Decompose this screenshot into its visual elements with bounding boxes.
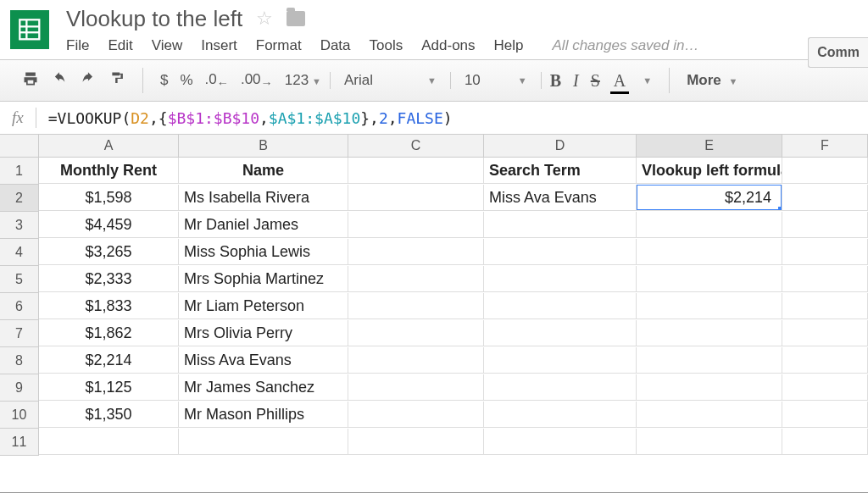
cell[interactable]: $1,833 <box>39 293 179 319</box>
cell[interactable]: Mrs Olivia Perry <box>179 320 348 346</box>
cell[interactable] <box>348 293 484 319</box>
doc-title[interactable]: Vlookup to the left <box>66 6 242 32</box>
cell[interactable] <box>348 320 484 346</box>
row-header[interactable]: 2 <box>0 185 39 212</box>
menu-edit[interactable]: Edit <box>108 37 132 54</box>
menu-data[interactable]: Data <box>320 37 351 54</box>
menu-view[interactable]: View <box>152 37 183 54</box>
cell[interactable]: $1,125 <box>39 374 179 401</box>
cell[interactable] <box>484 239 637 265</box>
cell[interactable] <box>484 212 637 238</box>
font-selector[interactable]: Arial ▼ <box>330 72 451 89</box>
formula-input[interactable]: =VLOOKUP(D2,{$B$1:$B$10,$A$1:$A$10},2,FA… <box>48 109 453 127</box>
menu-tools[interactable]: Tools <box>370 37 403 54</box>
col-header-A[interactable]: A <box>39 135 179 158</box>
menu-addons[interactable]: Add-ons <box>421 37 475 54</box>
star-icon[interactable]: ☆ <box>256 8 273 30</box>
cell[interactable] <box>782 374 868 401</box>
row-header[interactable]: 7 <box>0 320 39 347</box>
cell[interactable] <box>348 239 484 265</box>
cell[interactable] <box>782 158 868 184</box>
cell[interactable] <box>637 429 782 455</box>
bold-button[interactable]: B <box>550 71 561 91</box>
cell[interactable]: Miss Ava Evans <box>484 185 637 211</box>
menu-format[interactable]: Format <box>256 37 302 54</box>
cell[interactable]: $1,350 <box>39 402 179 428</box>
folder-icon[interactable] <box>287 11 305 26</box>
cell[interactable]: Search Term <box>484 158 637 184</box>
row-header[interactable]: 10 <box>0 402 39 429</box>
cell[interactable]: Ms Isabella Rivera <box>179 185 348 211</box>
cell[interactable] <box>348 185 484 211</box>
row-header[interactable]: 4 <box>0 239 39 266</box>
number-format-button[interactable]: 123▼ <box>285 72 321 89</box>
cell[interactable] <box>348 158 484 184</box>
cell[interactable] <box>637 212 782 238</box>
cell[interactable]: $3,265 <box>39 239 179 265</box>
cell[interactable] <box>637 347 782 374</box>
cell[interactable]: $2,333 <box>39 266 179 292</box>
cell[interactable] <box>782 320 868 346</box>
cell[interactable] <box>637 239 782 265</box>
cell[interactable]: Name <box>179 158 348 184</box>
cell[interactable]: $1,598 <box>39 185 179 211</box>
cell[interactable] <box>484 293 637 319</box>
comments-button[interactable]: Comm <box>808 37 868 68</box>
print-icon[interactable] <box>22 70 39 91</box>
currency-button[interactable]: $ <box>160 72 168 89</box>
cell[interactable] <box>782 293 868 319</box>
more-button[interactable]: More ▼ <box>687 72 737 89</box>
cell[interactable]: Monthly Rent <box>39 158 179 184</box>
row-header[interactable]: 5 <box>0 266 39 293</box>
menu-help[interactable]: Help <box>494 37 524 54</box>
cell[interactable] <box>782 347 868 374</box>
cell[interactable]: Miss Ava Evans <box>179 347 348 374</box>
redo-icon[interactable] <box>80 71 97 91</box>
sheets-logo-icon[interactable] <box>10 10 49 49</box>
cell[interactable]: Mrs Sophia Martinez <box>179 266 348 292</box>
cell[interactable]: Miss Sophia Lewis <box>179 239 348 265</box>
cell[interactable] <box>782 212 868 238</box>
row-header[interactable]: 1 <box>0 158 39 185</box>
cell[interactable] <box>637 320 782 346</box>
cell[interactable] <box>179 429 348 455</box>
cell[interactable] <box>484 320 637 346</box>
active-cell[interactable]: $2,214 <box>637 185 782 211</box>
select-all-corner[interactable] <box>0 135 39 158</box>
cell[interactable] <box>637 374 782 401</box>
row-header[interactable]: 9 <box>0 374 39 402</box>
paint-format-icon[interactable] <box>108 70 125 91</box>
row-header[interactable]: 11 <box>0 429 39 456</box>
cell[interactable] <box>348 266 484 292</box>
menu-insert[interactable]: Insert <box>201 37 237 54</box>
text-color-button[interactable]: A <box>612 71 627 91</box>
cell[interactable] <box>348 347 484 374</box>
cell[interactable] <box>637 402 782 428</box>
cell[interactable] <box>782 185 868 211</box>
row-header[interactable]: 6 <box>0 293 39 320</box>
col-header-C[interactable]: C <box>348 135 484 158</box>
cell[interactable] <box>348 429 484 455</box>
cell[interactable] <box>348 212 484 238</box>
chevron-down-icon[interactable]: ▼ <box>643 75 652 86</box>
col-header-E[interactable]: E <box>637 135 782 158</box>
row-header[interactable]: 8 <box>0 347 39 374</box>
cell[interactable] <box>348 374 484 401</box>
cell[interactable] <box>484 429 637 455</box>
cell[interactable] <box>484 374 637 401</box>
cell[interactable]: Vlookup left formula <box>637 158 782 184</box>
cell[interactable] <box>348 402 484 428</box>
col-header-D[interactable]: D <box>484 135 637 158</box>
fill-handle[interactable] <box>778 207 782 211</box>
menu-file[interactable]: File <box>66 37 89 54</box>
cell[interactable]: Mr Liam Peterson <box>179 293 348 319</box>
col-header-B[interactable]: B <box>179 135 348 158</box>
cell[interactable] <box>782 239 868 265</box>
strikethrough-button[interactable]: S <box>591 71 600 91</box>
cell[interactable] <box>484 402 637 428</box>
cell[interactable]: $4,459 <box>39 212 179 238</box>
cell[interactable] <box>637 266 782 292</box>
decrease-decimal-button[interactable]: .0← <box>205 71 229 90</box>
cell[interactable]: Mr Mason Phillips <box>179 402 348 428</box>
increase-decimal-button[interactable]: .00→ <box>241 71 273 90</box>
